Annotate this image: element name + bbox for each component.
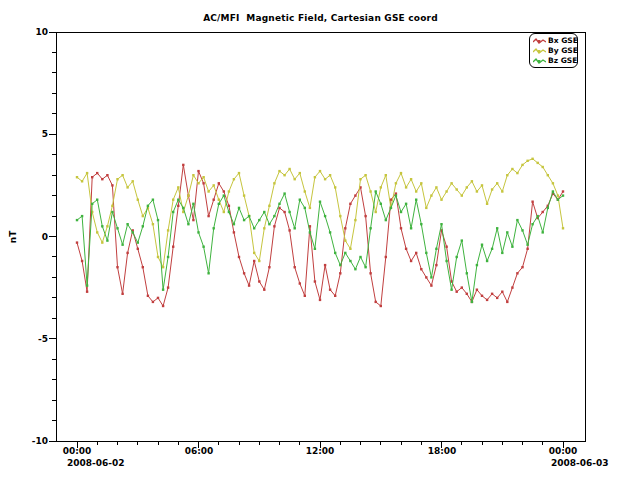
legend-box: Bx GSE By GSE Bz GSE xyxy=(529,33,578,68)
legend-label-bx: Bx GSE xyxy=(548,36,578,45)
x-tick-label-0000a: 00:00 xyxy=(55,446,99,456)
bx-line-swatch-icon xyxy=(533,37,546,45)
y-tick-label-5: 5 xyxy=(16,129,48,139)
start-date-label: 2008-06-02 xyxy=(67,458,125,468)
legend-item-bx: Bx GSE xyxy=(533,36,575,45)
x-tick-label-0000b: 00:00 xyxy=(541,446,585,456)
y-tick-label-10: 10 xyxy=(16,27,48,37)
legend-item-by: By GSE xyxy=(533,46,575,55)
x-tick-label-1200: 12:00 xyxy=(298,446,342,456)
y-tick-label-neg5: -5 xyxy=(16,334,48,344)
y-tick-label-0: 0 xyxy=(16,232,48,242)
end-date-label: 2008-06-03 xyxy=(551,458,609,468)
plot-window: AC/MFI Magnetic Field, Cartesian GSE coo… xyxy=(0,0,640,480)
chart-title: AC/MFI Magnetic Field, Cartesian GSE coo… xyxy=(56,13,585,23)
legend-label-by: By GSE xyxy=(548,46,578,55)
bz-line-swatch-icon xyxy=(533,57,546,65)
x-tick-label-1800: 18:00 xyxy=(420,446,464,456)
chart-canvas xyxy=(0,0,640,480)
legend-item-bz: Bz GSE xyxy=(533,56,575,65)
legend-label-bz: Bz GSE xyxy=(548,56,577,65)
by-line-swatch-icon xyxy=(533,47,546,55)
x-tick-label-0600: 06:00 xyxy=(177,446,221,456)
y-tick-label-neg10: -10 xyxy=(16,436,48,446)
